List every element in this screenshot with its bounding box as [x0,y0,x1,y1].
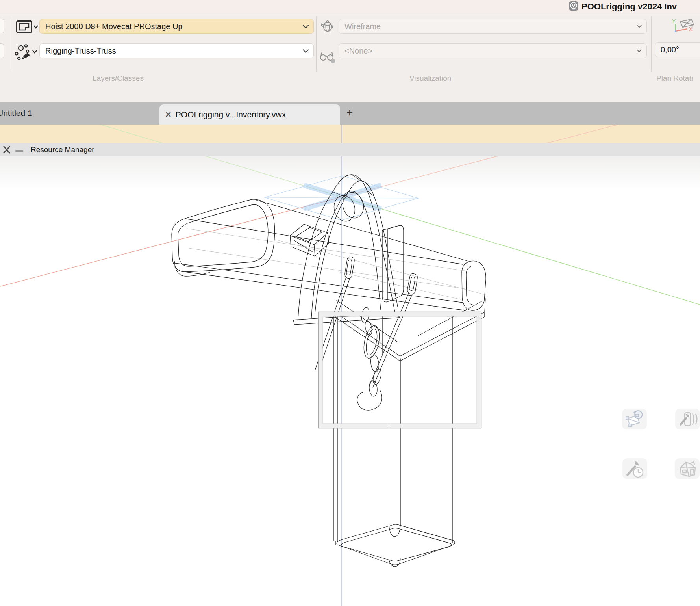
new-tab-button[interactable]: + [346,102,353,125]
active-class-value: Rigging-Truss-Truss [45,46,304,56]
active-layer-value: Hoist 2000 D8+ Movecat PROstage Up [45,22,304,31]
layers-classes-section-label: Layers/Classes [93,74,144,83]
tab-label: POOLrigging v...Inventory.vwx [176,110,286,119]
class-options-button[interactable] [14,44,39,60]
quick-pref-object-rotate-button[interactable] [622,409,647,429]
window-title: POOLrigging v2024 Inv [581,1,700,13]
window-title-bar: POOLrigging v2024 Inv [0,0,700,13]
tab-untitled-1[interactable]: Untitled 1 [0,102,32,125]
chevron-down-icon [303,22,309,28]
class-icon [14,44,39,60]
clipped-tool-button-bottom[interactable] [0,43,4,58]
vectorworks-app-icon [569,1,578,11]
main-toolbar: Hoist 2000 D8+ Movecat PROstage Up Riggi… [0,13,700,102]
quick-pref-home-button[interactable] [675,458,700,479]
chevron-down-icon [34,26,38,28]
document-tab-bar: Untitled 1 ✕ POOLrigging v...Inventory.v… [0,102,700,125]
pencil-icon [22,53,30,59]
close-palette-icon[interactable] [4,147,9,153]
chevron-down-icon [33,50,37,53]
quick-pref-tool-history-button[interactable] [622,458,647,479]
plan-rotation-section-label: Plan Rotati [656,74,693,83]
active-layer-dropdown[interactable]: Hoist 2000 D8+ Movecat PROstage Up [39,19,314,34]
chevron-down-icon [637,47,642,52]
toolbar-divider-left [11,16,11,72]
vectorworks-window: { "colors": { "pinkbar":"#f6eeea","toolb… [0,0,700,606]
toolbar-divider-right [651,16,652,72]
svg-text:Y: Y [672,18,676,24]
render-mode-icon-teapot [320,19,335,35]
active-class-dropdown[interactable]: Rigging-Truss-Truss [39,43,314,58]
clipped-tool-button-top[interactable] [0,19,4,33]
layer-options-button[interactable] [16,20,38,33]
toolbar-divider-mid [316,16,317,72]
chevron-down-icon [637,23,642,28]
palette-shadow [0,156,700,190]
close-tab-icon[interactable]: ✕ [165,110,172,119]
plan-rotation-angle-value: 0,00° [661,45,700,54]
tab-poolrigging-inventory[interactable]: ✕ POOLrigging v...Inventory.vwx [159,104,340,125]
background-render-value: <None> [344,46,637,56]
view-options-icon-glasses [319,47,336,64]
canvas-top-strip [0,125,700,143]
resource-manager-title-bar[interactable]: Resource Manager [0,143,700,156]
render-mode-dropdown[interactable]: Wireframe [339,19,647,34]
plan-rotation-angle-field[interactable]: 0,00° [655,42,700,57]
quick-pref-tool-palettes-button[interactable] [675,409,700,429]
plan-rotation-axes-icon: Y X [669,18,697,36]
visualization-section-label: Visualization [409,74,451,83]
render-mode-value: Wireframe [344,22,637,31]
design-layer-icon [16,20,38,33]
svg-text:X: X [689,26,693,32]
palette-title: Resource Manager [31,145,94,154]
chevron-down-icon [303,46,309,53]
drawing-canvas[interactable] [0,125,700,606]
background-render-dropdown[interactable]: <None> [339,43,647,58]
